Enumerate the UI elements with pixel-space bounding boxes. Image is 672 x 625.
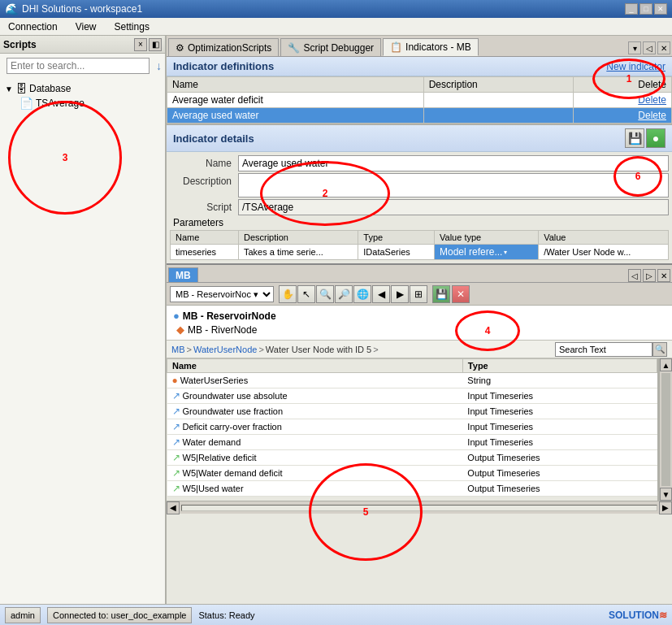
- mb-toolbar: MB - ReservoirNoc ▾ ✋ ↖ 🔍 🔎 🌐 ◀ ▶ ⊞ 💾: [167, 283, 672, 306]
- indicator-definitions-header: Indicator definitions New indicator: [167, 57, 672, 76]
- tab-close-button[interactable]: ✕: [657, 41, 670, 54]
- mb-row-type: Input Timeseries: [462, 388, 657, 404]
- mb-close-panel-button[interactable]: ✕: [452, 285, 470, 303]
- status-text: Status: Ready: [198, 610, 254, 620]
- scroll-thumb[interactable]: [661, 373, 670, 486]
- def-description-cell-selected: [423, 108, 574, 124]
- river-node-icon: ◆: [176, 323, 184, 336]
- table-row[interactable]: Average water deficit Delete: [167, 93, 672, 108]
- mb-tab[interactable]: MB: [168, 267, 198, 282]
- fit-view-button[interactable]: 🌐: [353, 285, 371, 303]
- table-row[interactable]: ↗ W5|Relative deficit Output Timeseries: [167, 450, 657, 466]
- table-row[interactable]: ↗ Water demand Input Timeseries: [167, 435, 657, 450]
- tab-indicators-mb[interactable]: 📋 Indicators - MB: [383, 38, 479, 56]
- hand-tool-button[interactable]: ✋: [279, 285, 297, 303]
- script-field-value: /TSAverage: [238, 199, 669, 215]
- script-debugger-tab-icon: 🔧: [288, 42, 300, 54]
- table-row[interactable]: ↗ Groundwater use fraction Input Timeser…: [167, 404, 657, 419]
- delete-button-1[interactable]: Delete: [638, 110, 666, 121]
- pointer-tool-button[interactable]: ↖: [297, 285, 315, 303]
- database-icon: 🗄: [15, 82, 27, 95]
- table-row[interactable]: ↗ W5|Water demand deficit Output Timeser…: [167, 466, 657, 481]
- indicators-mb-tab-icon: 📋: [390, 41, 402, 53]
- breadcrumb-water-user-node[interactable]: WaterUserNode: [193, 345, 257, 354]
- mb-nav-right-btn[interactable]: ▷: [643, 269, 656, 282]
- hscroll-left-button[interactable]: ◀: [167, 501, 180, 514]
- script-field-label: Script: [170, 199, 235, 215]
- menu-connection[interactable]: Connection: [3, 20, 63, 34]
- user-badge: admin: [5, 607, 41, 623]
- menu-settings[interactable]: Settings: [110, 20, 154, 34]
- new-indicator-button[interactable]: New indicator: [606, 61, 665, 72]
- indicator-details-title: Indicator details: [173, 132, 254, 145]
- scripts-pin-button[interactable]: ×: [134, 38, 147, 51]
- indicator-details-header: Indicator details 💾 ●: [167, 125, 672, 152]
- table-row[interactable]: timeseries Takes a time serie... IDataSe…: [171, 245, 669, 260]
- mb-tab-bar: MB ◁ ▷ ✕: [167, 265, 672, 283]
- delete-button-0[interactable]: Delete: [638, 94, 666, 106]
- save-indicator-button[interactable]: 💾: [625, 128, 644, 148]
- tab-indicators-mb-label: Indicators - MB: [405, 41, 471, 53]
- mb-tree: ● MB - ReservoirNode ◆ MB - RiverNode: [167, 306, 672, 341]
- scripts-search-input[interactable]: [7, 58, 150, 74]
- zoom-out-button[interactable]: 🔎: [335, 285, 353, 303]
- def-col-name: Name: [167, 77, 424, 93]
- tab-nav-left-button[interactable]: ◁: [643, 41, 656, 54]
- tab-dropdown-button[interactable]: ▾: [628, 41, 641, 54]
- table-row[interactable]: ↗ Groundwater use absolute Input Timeser…: [167, 388, 657, 404]
- indicator-details-section: Indicator details 💾 ● Name Average used …: [167, 125, 672, 263]
- param-value-type-cell[interactable]: Model refere... ▾: [435, 245, 539, 260]
- mb-save-button[interactable]: 💾: [432, 285, 450, 303]
- scripts-float-button[interactable]: ◧: [149, 38, 162, 51]
- description-field-value[interactable]: [238, 173, 669, 197]
- tree-item-tsaverage[interactable]: 📄 TSAverage: [3, 96, 162, 111]
- name-field-value[interactable]: Average used water: [238, 155, 669, 171]
- indicator-definitions-table: Name Description Delete Average water de…: [167, 76, 672, 124]
- mb-table-area: Name Type ● WaterUserSeries String ↗ Gro…: [167, 358, 659, 501]
- search-button[interactable]: 🔍: [652, 342, 667, 357]
- grid-button[interactable]: ⊞: [410, 285, 427, 303]
- hscroll-track[interactable]: [181, 505, 657, 511]
- tab-optimization-scripts[interactable]: ⚙ OptimizationScripts: [168, 38, 279, 56]
- close-window-button[interactable]: ✕: [654, 3, 667, 15]
- mb-close-btn[interactable]: ✕: [657, 269, 670, 282]
- reservoir-node-icon: ●: [173, 310, 180, 322]
- mb-content: Name Type ● WaterUserSeries String ↗ Gro…: [167, 358, 672, 501]
- minimize-button[interactable]: _: [625, 3, 638, 15]
- run-indicator-button[interactable]: ●: [646, 128, 665, 148]
- search-input[interactable]: [555, 342, 652, 357]
- mb-tree-item-river[interactable]: ◆ MB - RiverNode: [173, 323, 665, 336]
- tree-expand-icon: ▼: [5, 85, 13, 93]
- table-row[interactable]: ↗ Deficit carry-over fraction Input Time…: [167, 419, 657, 435]
- indicator-detail-form: Name Average used water Description Scri…: [167, 155, 672, 215]
- table-row[interactable]: ↗ W5|Used water Output Timeseries: [167, 481, 657, 497]
- optimization-scripts-tab-icon: ⚙: [176, 42, 184, 54]
- table-row[interactable]: ● WaterUserSeries String: [167, 373, 657, 388]
- scripts-search-arrow[interactable]: ↓: [156, 59, 162, 72]
- scroll-down-button[interactable]: ▼: [660, 488, 672, 501]
- mb-row-type: Input Timeseries: [462, 435, 657, 450]
- params-col-value: Value: [539, 231, 669, 245]
- maximize-button[interactable]: □: [639, 3, 652, 15]
- breadcrumb-mb[interactable]: MB: [171, 345, 185, 354]
- mb-tree-item-reservoir[interactable]: ● MB - ReservoirNode: [173, 309, 665, 323]
- menu-view[interactable]: View: [71, 20, 102, 34]
- tab-script-debugger[interactable]: 🔧 Script Debugger: [280, 38, 381, 56]
- mb-node-select[interactable]: MB - ReservoirNoc ▾: [170, 286, 274, 302]
- back-button[interactable]: ◀: [372, 285, 390, 303]
- window-title: DHI Solutions - workspace1: [22, 3, 142, 15]
- status-bar: admin Connected to: user_doc_example Sta…: [0, 604, 672, 625]
- value-type-dropdown-icon[interactable]: ▾: [504, 249, 507, 256]
- zoom-in-button[interactable]: 🔍: [316, 285, 334, 303]
- mb-row-type: Output Timeseries: [462, 450, 657, 466]
- table-row[interactable]: Average used water Delete: [167, 108, 672, 124]
- mb-table: Name Type ● WaterUserSeries String ↗ Gro…: [167, 358, 657, 497]
- mb-nav-left-btn[interactable]: ◁: [628, 269, 641, 282]
- scroll-up-button[interactable]: ▲: [660, 358, 672, 371]
- hscroll-right-button[interactable]: ▶: [659, 501, 672, 514]
- forward-button[interactable]: ▶: [391, 285, 409, 303]
- app-icon: 🌊: [5, 2, 19, 15]
- tree-item-database[interactable]: ▼ 🗄 Database: [3, 81, 162, 96]
- indicator-definitions-title: Indicator definitions: [173, 60, 274, 72]
- tree-tsaverage-label: TSAverage: [36, 98, 85, 109]
